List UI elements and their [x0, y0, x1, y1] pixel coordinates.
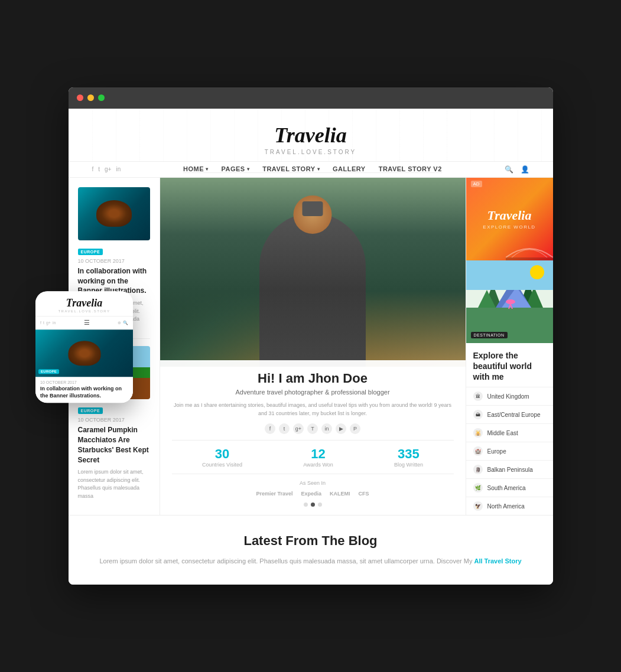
stat-blogs: 335 Blog Written	[394, 446, 423, 468]
nav-home[interactable]: HOME ▾	[183, 165, 209, 172]
destination-item-na[interactable]: 🦅 North America	[466, 497, 553, 515]
europe-label: Europe	[487, 448, 506, 455]
ad-tagline: EXPLORE WORLD	[483, 224, 535, 230]
partner-logos: Premier Travel Expedia KALEMI CFS	[172, 491, 454, 497]
browser-close-button[interactable]	[77, 94, 83, 101]
mobile-badge: EUROPE	[38, 369, 59, 374]
nav-gallery[interactable]: GALLERY	[333, 165, 366, 172]
hero-facebook-icon[interactable]: f	[265, 423, 275, 434]
search-icon[interactable]: 🔍	[505, 165, 513, 174]
googleplus-icon[interactable]: g+	[105, 166, 111, 172]
ad-content: Travelia EXPLORE WORLD	[483, 208, 535, 230]
browser-maximize-button[interactable]	[98, 94, 105, 101]
nav-pages[interactable]: PAGES ▾	[221, 165, 249, 172]
slider-dot-1[interactable]	[304, 503, 308, 507]
ad-banner[interactable]: AD Travelia EXPLORE WORLD	[466, 178, 553, 260]
card2-title[interactable]: Caramel Pumpkin Macchiatos Are Starbucks…	[78, 425, 150, 465]
turtle-image	[78, 187, 150, 240]
main-content: EUROPE 10 OCTOBER 2017 In collaboration …	[69, 178, 553, 516]
mobile-nav-bar: f t g+ in ☰ ⊕ 🔍	[35, 317, 133, 330]
turtle-decoration	[96, 200, 132, 227]
hero-youtube-icon[interactable]: ▶	[336, 423, 346, 434]
card2-excerpt: Lorem ipsum dolor sit amet, consectetur …	[78, 468, 150, 500]
mobile-mockup: Travelia TRAVEL.LOVE.STORY f t g+ in ☰ ⊕…	[35, 291, 133, 403]
mobile-screen: Travelia TRAVEL.LOVE.STORY f t g+ in ☰ ⊕…	[35, 291, 133, 403]
partner-kalemi: KALEMI	[330, 491, 350, 497]
linkedin-icon[interactable]: in	[116, 166, 121, 172]
hero-social-links: f t g+ T in ▶ P	[172, 423, 454, 434]
mobile-menu-icon[interactable]: ☰	[84, 319, 90, 327]
hero-tumblr-icon[interactable]: T	[307, 423, 318, 434]
card1-date: 10 OCTOBER 2017	[78, 258, 150, 264]
svg-point-10	[530, 265, 544, 279]
uk-label: United Kingdom	[487, 393, 529, 400]
right-column: AD Travelia EXPLORE WORLD	[466, 178, 553, 516]
mobile-social: f t g+ in	[40, 321, 56, 325]
destination-item-me[interactable]: 🕌 Middle East	[466, 423, 553, 442]
website-content: Travelia TRAVEL.LOVE.STORY f t g+ in HOM…	[69, 109, 553, 585]
destination-illustration	[466, 260, 553, 343]
outer-wrapper: Travelia TRAVEL.LOVE.STORY f t g+ in ☰ ⊕…	[0, 0, 621, 672]
center-column: Hi! I am Jhon Doe Adventure travel photo…	[160, 178, 466, 516]
europe-icon: 🏰	[473, 446, 483, 456]
site-header: Travelia TRAVEL.LOVE.STORY	[69, 109, 553, 162]
hero-figure	[259, 195, 366, 367]
mobile-date: 10 OCTOBER 2017	[40, 380, 128, 384]
all-travel-story-link[interactable]: All Travel Story	[474, 557, 521, 565]
twitter-icon[interactable]: t	[98, 166, 100, 172]
card2-date: 10 OCTOBER 2017	[78, 417, 150, 423]
balkan-icon: 🗿	[473, 465, 483, 474]
destination-item-sa[interactable]: 🌿 South America	[466, 478, 553, 497]
sydney-decoration	[506, 237, 553, 260]
hero-instagram-icon[interactable]: in	[321, 423, 332, 434]
stat-blogs-label: Blog Written	[394, 462, 423, 468]
mobile-turtle-decoration	[68, 341, 100, 366]
na-icon: 🦅	[473, 501, 483, 511]
slider-dot-3[interactable]	[318, 503, 322, 507]
hero-body	[259, 213, 366, 367]
hero-hat	[303, 201, 323, 216]
stat-countries-label: Countries Visited	[202, 462, 242, 468]
site-logo[interactable]: Travelia	[80, 123, 541, 148]
nav-right-icons: 🔍 👤	[505, 165, 529, 174]
sa-label: South America	[487, 485, 526, 491]
site-tagline: TRAVEL.LOVE.STORY	[80, 149, 541, 155]
destination-label: DESTINATION	[471, 332, 508, 338]
destination-item-europe[interactable]: 🏰 Europe	[466, 442, 553, 460]
partner-expedia: Expedia	[301, 491, 322, 497]
card1-image	[78, 187, 150, 240]
destination-banner: DESTINATION	[466, 260, 553, 343]
hero-name: Hi! I am Jhon Doe	[172, 371, 454, 386]
browser-minimize-button[interactable]	[87, 94, 94, 101]
mobile-logo: Travelia	[40, 297, 128, 309]
hero-overlay: Hi! I am Jhon Doe Adventure travel photo…	[160, 360, 466, 515]
stat-countries: 30 Countries Visited	[202, 446, 242, 468]
nav-travel-story-v2[interactable]: TRAVEL STORY V2	[379, 165, 442, 172]
hero-bio: Join me as I share entertaining stories,…	[172, 402, 454, 417]
destination-item-balkan[interactable]: 🗿 Balkan Peninsula	[466, 460, 553, 478]
destination-item-uk[interactable]: 🏛 United Kingdom	[466, 387, 553, 405]
social-links: f t g+ in	[92, 166, 121, 172]
partner-cfs: CFS	[359, 491, 369, 497]
destination-list: 🏛 United Kingdom 🏔 East/Central Europe 🕌…	[466, 387, 553, 515]
facebook-icon[interactable]: f	[92, 166, 94, 172]
mobile-card-title: In collaboration with working on the Ban…	[40, 386, 128, 399]
blog-section-desc: Lorem ipsum dolor sit amet, consectetur …	[92, 556, 529, 567]
card1-badge[interactable]: EUROPE	[78, 249, 103, 255]
hero-image	[160, 178, 466, 367]
slider-dot-2[interactable]	[311, 503, 315, 507]
mobile-hero-image: EUROPE	[35, 330, 133, 377]
hero-googleplus-icon[interactable]: g+	[293, 423, 304, 434]
browser-bar	[69, 87, 553, 109]
stat-blogs-number: 335	[394, 446, 423, 462]
card2-badge[interactable]: EUROPE	[78, 407, 103, 414]
destination-item-ece[interactable]: 🏔 East/Central Europe	[466, 405, 553, 423]
nav-travel-story[interactable]: TRAVEL STORY ▾	[262, 165, 320, 172]
ad-label: AD	[471, 181, 482, 187]
sa-icon: 🌿	[473, 483, 483, 492]
hero-twitter-icon[interactable]: t	[279, 423, 290, 434]
ece-label: East/Central Europe	[487, 412, 541, 418]
user-icon[interactable]: 👤	[521, 165, 529, 174]
browser-window: Travelia TRAVEL.LOVE.STORY f t g+ in HOM…	[69, 87, 553, 585]
hero-pinterest-icon[interactable]: P	[350, 423, 360, 434]
